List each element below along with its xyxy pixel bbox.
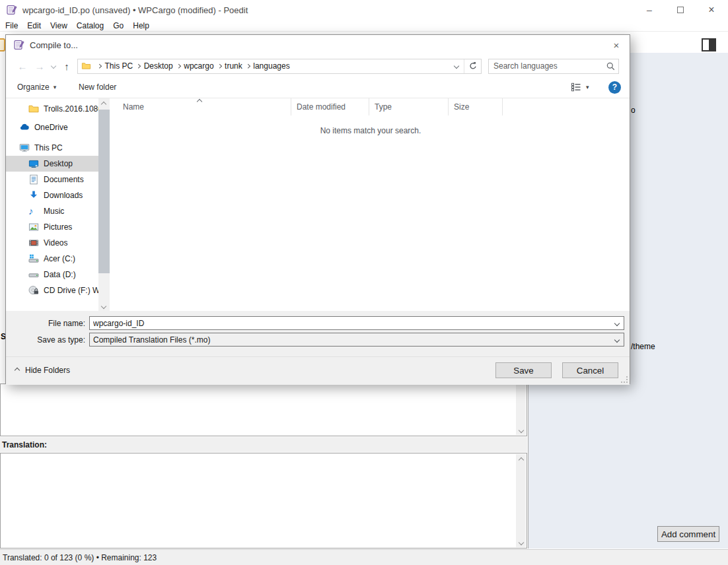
pictures-icon xyxy=(28,222,39,232)
breadcrumb-separator-icon xyxy=(217,64,221,68)
breadcrumb-segment-wpcargo[interactable]: wpcargo xyxy=(184,61,213,71)
sidebar-item-onedrive[interactable]: OneDrive xyxy=(6,119,98,135)
sidebar-item-data-d-[interactable]: Data (D:) xyxy=(6,267,98,282)
sidebar-item-label: CD Drive (F:) WD xyxy=(44,286,98,295)
dialog-sidebar: Trolls.2016.1080pOneDriveThis PCDesktopD… xyxy=(6,98,112,311)
menubar: FileEditViewCatalogGoHelp xyxy=(0,20,728,31)
address-bar[interactable]: This PCDesktopwpcargotrunklanguages xyxy=(77,59,482,74)
address-dropdown-icon[interactable] xyxy=(449,64,464,68)
translation-text-area[interactable] xyxy=(0,453,527,548)
dialog-close-button[interactable]: × xyxy=(606,35,627,55)
filename-input[interactable] xyxy=(90,319,610,328)
refresh-icon[interactable] xyxy=(464,59,481,73)
translation-label-bar: Translation: xyxy=(0,437,527,452)
nav-up-button[interactable]: ↑ xyxy=(59,61,75,72)
column-header-date-modified[interactable]: Date modified xyxy=(291,98,369,116)
this-pc-icon xyxy=(19,143,30,153)
sidebar-item-downloads[interactable]: Downloads xyxy=(6,187,98,203)
hide-folders-button[interactable]: Hide Folders xyxy=(15,366,70,375)
sidebar-item-label: Pictures xyxy=(44,222,72,232)
sidebar-item-trolls-2016-1080p[interactable]: Trolls.2016.1080p xyxy=(6,101,98,117)
music-icon: ♪ xyxy=(28,206,39,216)
dialog-command-bar: Organize ▾ New folder ▾ ? xyxy=(6,77,630,98)
breadcrumb-segment-desktop[interactable]: Desktop xyxy=(144,61,173,71)
filename-combo xyxy=(89,316,624,330)
file-list: NameDate modifiedTypeSize No items match… xyxy=(112,98,630,311)
save-as-type-dropdown-icon[interactable] xyxy=(610,338,624,342)
dialog-titlebar: Compile to... × xyxy=(6,35,630,55)
sidebar-item-pictures[interactable]: Pictures xyxy=(6,219,98,235)
nav-history-dropdown[interactable] xyxy=(48,64,59,68)
close-icon: × xyxy=(708,4,714,16)
close-button[interactable]: × xyxy=(700,0,723,20)
nav-forward-button[interactable]: → xyxy=(31,61,48,72)
save-button[interactable]: Save xyxy=(495,362,552,378)
maximize-button[interactable] xyxy=(669,0,692,20)
sidebar-item-label: Videos xyxy=(44,238,67,248)
search-input[interactable] xyxy=(489,61,602,71)
menu-item-go[interactable]: Go xyxy=(108,21,128,30)
breadcrumb-segment-this-pc[interactable]: This PC xyxy=(105,61,133,71)
sidebar-item-videos[interactable]: Videos xyxy=(6,235,98,251)
sidebar-item-music[interactable]: ♪Music xyxy=(6,203,98,219)
statusbar-text: Translated: 0 of 123 (0 %) • Remaining: … xyxy=(3,553,157,562)
filename-dropdown-icon[interactable] xyxy=(610,321,624,325)
partial-toolbar-icon xyxy=(0,38,5,51)
cancel-button[interactable]: Cancel xyxy=(562,362,618,378)
menu-item-file[interactable]: File xyxy=(1,21,22,30)
drive-icon xyxy=(28,269,39,280)
scroll-up-icon[interactable] xyxy=(98,98,108,108)
breadcrumb-separator-icon xyxy=(246,64,250,68)
sidebar-item-acer-c-[interactable]: Acer (C:) xyxy=(6,251,98,267)
minimize-icon: – xyxy=(647,5,652,15)
documents-icon xyxy=(28,174,39,185)
desktop-icon xyxy=(28,158,39,169)
organize-button[interactable]: Organize ▾ xyxy=(17,83,56,92)
dialog-title: Compile to... xyxy=(30,40,78,50)
sidebar-item-documents[interactable]: Documents xyxy=(6,172,98,187)
source-scrollbar[interactable] xyxy=(516,385,526,435)
organize-caret-icon: ▾ xyxy=(54,84,57,90)
new-folder-button[interactable]: New folder xyxy=(79,83,116,92)
add-comment-button[interactable]: Add comment xyxy=(657,526,719,542)
sidebar-item-label: Documents xyxy=(44,175,84,184)
window-titlebar: wpcargo-id_ID.po (unsaved) • WPCargo (mo… xyxy=(0,0,728,20)
menu-item-catalog[interactable]: Catalog xyxy=(72,21,108,30)
sidebar-item-cd-drive-f-wd[interactable]: CD Drive (F:) WD xyxy=(6,282,98,298)
dialog-footer: File name: Save as type: Compiled Transl… xyxy=(6,311,630,356)
column-header-type[interactable]: Type xyxy=(369,98,449,116)
sidebar-toggle-button[interactable] xyxy=(702,38,716,51)
scroll-down-icon[interactable] xyxy=(516,425,526,435)
sidebar-item-this-pc[interactable]: This PC xyxy=(6,140,98,156)
scroll-down-icon[interactable] xyxy=(516,537,526,547)
scroll-up-icon[interactable] xyxy=(516,454,526,464)
view-caret-icon: ▾ xyxy=(586,84,589,90)
help-button[interactable]: ? xyxy=(608,81,621,94)
sidebar-text-fragment: o xyxy=(631,106,636,115)
sidebar-scrollbar[interactable] xyxy=(98,98,110,311)
scrollbar-thumb[interactable] xyxy=(98,110,110,273)
onedrive-icon xyxy=(19,122,30,133)
translation-scrollbar[interactable] xyxy=(516,454,526,547)
sidebar-item-label: Music xyxy=(44,207,64,216)
menu-item-view[interactable]: View xyxy=(46,21,72,30)
breadcrumb-segment-trunk[interactable]: trunk xyxy=(225,61,242,71)
downloads-icon xyxy=(28,190,39,201)
resize-grip[interactable] xyxy=(621,376,628,383)
details-view-icon xyxy=(571,82,581,92)
cd-lock-icon xyxy=(28,285,39,296)
scroll-down-icon[interactable] xyxy=(98,301,108,311)
sidebar-item-label: Desktop xyxy=(44,159,73,168)
minimize-button[interactable]: – xyxy=(638,0,661,20)
menu-item-edit[interactable]: Edit xyxy=(22,21,46,30)
menu-item-help[interactable]: Help xyxy=(128,21,154,30)
source-text-area[interactable] xyxy=(0,383,527,436)
sidebar-item-desktop[interactable]: Desktop xyxy=(6,156,98,172)
save-as-type-combo[interactable]: Compiled Translation Files (*.mo) xyxy=(89,333,624,347)
search-icon xyxy=(602,61,618,71)
column-header-size[interactable]: Size xyxy=(449,98,503,116)
nav-back-button[interactable]: ← xyxy=(14,61,31,72)
sidebar-path-fragment: /theme xyxy=(631,342,655,351)
breadcrumb-segment-languages[interactable]: languages xyxy=(253,61,289,71)
view-mode-button[interactable]: ▾ xyxy=(571,82,589,92)
